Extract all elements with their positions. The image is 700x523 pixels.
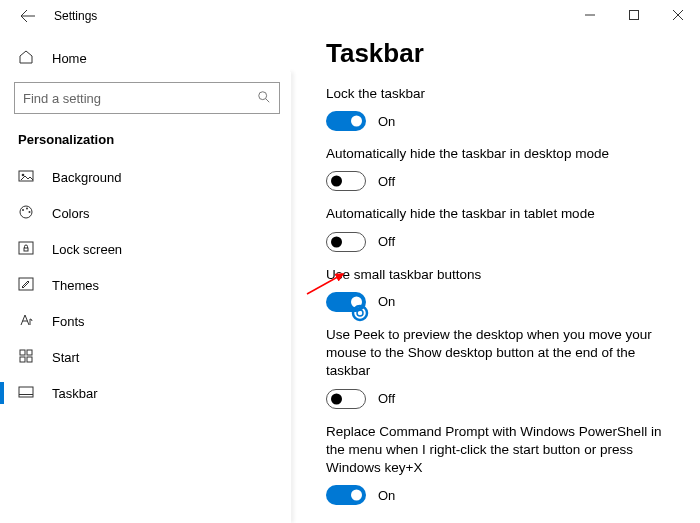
svg-point-2 [259, 91, 267, 99]
setting-row: Use small taskbar buttonsOn [326, 266, 674, 312]
toggle-row: Off [326, 171, 674, 191]
toggle-knob [351, 296, 362, 307]
toggle-state: Off [378, 234, 395, 249]
sidebar-item-label: Start [52, 350, 79, 365]
svg-point-7 [22, 209, 24, 211]
toggle-knob [331, 236, 342, 247]
toggle-knob [351, 116, 362, 127]
toggle[interactable] [326, 485, 366, 505]
taskbar-icon [18, 384, 36, 403]
search-input[interactable]: Find a setting [14, 82, 280, 114]
svg-rect-15 [20, 357, 25, 362]
setting-row: Show badges on taskbar buttonsOn [326, 519, 674, 523]
svg-rect-17 [19, 387, 33, 397]
svg-rect-11 [24, 248, 28, 251]
window-controls [568, 0, 700, 30]
palette-icon [18, 204, 36, 223]
setting-label: Use small taskbar buttons [326, 266, 674, 284]
toggle[interactable] [326, 232, 366, 252]
sidebar-item-label: Background [52, 170, 121, 185]
brush-icon [18, 276, 36, 295]
home-nav[interactable]: Home [0, 40, 290, 76]
sidebar-item-fonts[interactable]: Fonts [0, 303, 290, 339]
setting-label: Use Peek to preview the desktop when you… [326, 326, 674, 381]
setting-row: Replace Command Prompt with Windows Powe… [326, 423, 674, 506]
toggle-knob [331, 393, 342, 404]
svg-point-5 [22, 173, 25, 176]
toggle[interactable] [326, 292, 366, 312]
arrow-left-icon [20, 8, 36, 24]
setting-label: Automatically hide the taskbar in tablet… [326, 205, 674, 223]
sidebar-item-colors[interactable]: Colors [0, 195, 290, 231]
setting-row: Use Peek to preview the desktop when you… [326, 326, 674, 409]
sidebar: Home Find a setting Personalization Back… [0, 32, 290, 523]
toggle-knob [351, 490, 362, 501]
home-label: Home [52, 51, 87, 66]
svg-rect-16 [27, 357, 32, 362]
toggle-row: On [326, 111, 674, 131]
toggle-state: On [378, 294, 395, 309]
minimize-button[interactable] [568, 0, 612, 30]
svg-rect-12 [19, 278, 33, 290]
sidebar-item-taskbar[interactable]: Taskbar [0, 375, 290, 411]
sidebar-item-label: Taskbar [52, 386, 98, 401]
sidebar-item-themes[interactable]: Themes [0, 267, 290, 303]
window-title: Settings [54, 9, 97, 23]
home-icon [18, 49, 36, 68]
main-panel: Taskbar Lock the taskbarOnAutomatically … [290, 32, 700, 523]
toggle-state: Off [378, 391, 395, 406]
toggle-state: On [378, 114, 395, 129]
category-title: Personalization [0, 120, 290, 159]
setting-row: Automatically hide the taskbar in tablet… [326, 205, 674, 251]
font-icon [18, 312, 36, 331]
close-icon [673, 10, 683, 20]
setting-label: Automatically hide the taskbar in deskto… [326, 145, 674, 163]
toggle-knob [331, 176, 342, 187]
grid-icon [18, 348, 36, 367]
svg-rect-1 [630, 11, 639, 20]
titlebar: Settings [0, 0, 700, 32]
svg-line-3 [266, 98, 270, 102]
lock-icon [18, 240, 36, 259]
svg-rect-14 [27, 350, 32, 355]
sidebar-item-label: Lock screen [52, 242, 122, 257]
setting-label: Show badges on taskbar buttons [326, 519, 674, 523]
toggle-state: Off [378, 174, 395, 189]
setting-label: Lock the taskbar [326, 85, 674, 103]
search-placeholder: Find a setting [23, 91, 101, 106]
sidebar-item-label: Colors [52, 206, 90, 221]
svg-rect-13 [20, 350, 25, 355]
minimize-icon [585, 10, 595, 20]
toggle-row: Off [326, 389, 674, 409]
toggle[interactable] [326, 111, 366, 131]
toggle-row: On [326, 485, 674, 505]
toggle-state: On [378, 488, 395, 503]
toggle-row: On [326, 292, 674, 312]
sidebar-item-start[interactable]: Start [0, 339, 290, 375]
sidebar-item-lock-screen[interactable]: Lock screen [0, 231, 290, 267]
toggle[interactable] [326, 389, 366, 409]
setting-row: Lock the taskbarOn [326, 85, 674, 131]
svg-point-9 [29, 211, 31, 213]
scroll-shadow [290, 72, 291, 523]
close-button[interactable] [656, 0, 700, 30]
sidebar-item-label: Themes [52, 278, 99, 293]
setting-row: Automatically hide the taskbar in deskto… [326, 145, 674, 191]
toggle-row: Off [326, 232, 674, 252]
page-title: Taskbar [326, 38, 674, 69]
back-button[interactable] [14, 2, 42, 30]
toggle[interactable] [326, 171, 366, 191]
svg-point-8 [26, 207, 28, 209]
maximize-icon [629, 10, 639, 20]
sidebar-item-label: Fonts [52, 314, 85, 329]
sidebar-item-background[interactable]: Background [0, 159, 290, 195]
setting-label: Replace Command Prompt with Windows Powe… [326, 423, 674, 478]
maximize-button[interactable] [612, 0, 656, 30]
search-icon [257, 90, 271, 107]
image-icon [18, 168, 36, 187]
